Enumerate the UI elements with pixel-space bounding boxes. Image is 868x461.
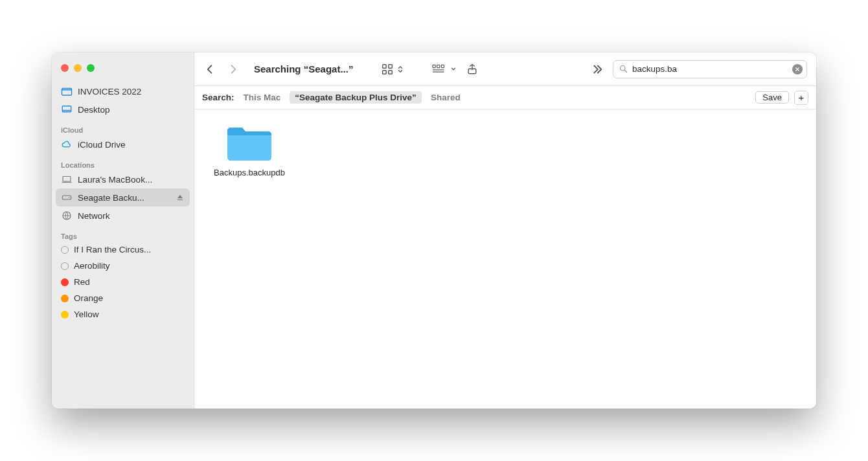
result-item-name: Backups.backupdb (214, 168, 285, 179)
tag-dot-icon (61, 311, 69, 319)
sidebar-label: Network (78, 211, 185, 221)
minimize-window-button[interactable] (74, 64, 82, 72)
sidebar-item-seagate[interactable]: Seagate Backu... (56, 188, 190, 207)
sidebar-item-macbook[interactable]: Laura's MacBook... (52, 170, 194, 188)
eject-icon[interactable] (176, 193, 185, 202)
chevron-updown-icon (397, 63, 404, 75)
search-icon (619, 64, 628, 74)
clear-search-button[interactable] (792, 64, 803, 74)
sidebar-label: Laura's MacBook... (78, 175, 185, 185)
sidebar-label: Aerobility (74, 261, 185, 271)
folder-icon (61, 85, 73, 97)
sidebar-section-tags: Tags (52, 230, 194, 242)
chevron-down-icon (450, 66, 457, 73)
svg-rect-6 (383, 64, 387, 68)
sidebar-item-desktop[interactable]: Desktop (52, 100, 194, 118)
sidebar-label: Seagate Backu... (78, 193, 170, 203)
scope-label: Search: (202, 93, 234, 102)
sidebar-section-locations: Locations (52, 159, 194, 170)
tag-dot-icon (61, 246, 69, 254)
desktop-icon (61, 104, 73, 115)
svg-rect-0 (62, 89, 72, 96)
svg-rect-12 (442, 65, 444, 67)
save-search-button[interactable]: Save (755, 91, 789, 104)
window-title: Searching “Seagat...” (254, 63, 353, 74)
main-area: Searching “Seagat...” (194, 52, 816, 409)
add-criteria-button[interactable]: + (794, 91, 808, 105)
sidebar-item-icloud-drive[interactable]: iCloud Drive (52, 135, 194, 153)
sidebar-label: iCloud Drive (78, 140, 185, 150)
scope-seagate[interactable]: “Seagate Backup Plus Drive” (290, 91, 422, 104)
search-input[interactable] (632, 64, 788, 74)
svg-point-14 (621, 66, 626, 71)
sidebar-tag-orange[interactable]: Orange (52, 290, 194, 306)
svg-rect-9 (389, 70, 393, 74)
cloud-icon (61, 139, 73, 150)
sidebar-label: INVOICES 2022 (78, 87, 185, 96)
sidebar-tag-yellow[interactable]: Yellow (52, 306, 194, 322)
sidebar-tag-red[interactable]: Red (52, 274, 194, 290)
view-mode-button[interactable] (380, 62, 404, 76)
scope-this-mac[interactable]: This Mac (244, 93, 281, 102)
sidebar: INVOICES 2022 Desktop iCloud iCloud Driv… (52, 52, 194, 409)
folder-icon (223, 122, 275, 164)
svg-rect-10 (433, 65, 435, 67)
toolbar: Searching “Seagat...” (194, 52, 816, 86)
drive-icon (61, 192, 73, 203)
sidebar-item-network[interactable]: Network (52, 207, 194, 225)
close-window-button[interactable] (61, 64, 69, 72)
sidebar-label: Desktop (78, 105, 185, 115)
laptop-icon (61, 174, 73, 185)
sidebar-tag-aerobility[interactable]: Aerobility (52, 258, 194, 274)
group-button[interactable] (431, 63, 457, 76)
search-scope-bar: Search: This Mac “Seagate Backup Plus Dr… (194, 86, 816, 109)
sidebar-item-invoices[interactable]: INVOICES 2022 (52, 82, 194, 100)
svg-rect-2 (63, 177, 71, 182)
back-button[interactable] (203, 63, 216, 76)
forward-button[interactable] (227, 63, 240, 76)
zoom-window-button[interactable] (87, 64, 95, 72)
search-field[interactable] (613, 60, 807, 78)
svg-rect-1 (62, 106, 71, 112)
svg-rect-11 (437, 65, 440, 67)
scope-shared[interactable]: Shared (431, 93, 461, 102)
overflow-button[interactable] (589, 62, 604, 76)
sidebar-tag-circus[interactable]: If I Ran the Circus... (52, 242, 194, 258)
traffic-lights (52, 59, 194, 82)
sidebar-label: Orange (74, 293, 185, 303)
svg-rect-7 (389, 64, 393, 68)
finder-window: INVOICES 2022 Desktop iCloud iCloud Driv… (52, 52, 816, 409)
tag-dot-icon (61, 295, 69, 302)
svg-rect-8 (383, 70, 387, 74)
sidebar-label: Red (74, 277, 185, 287)
svg-rect-3 (62, 196, 71, 199)
sidebar-label: If I Ran the Circus... (74, 245, 185, 254)
nav-arrows (203, 63, 240, 76)
svg-point-4 (69, 197, 70, 198)
globe-icon (61, 210, 73, 221)
tag-dot-icon (61, 262, 69, 270)
results-area[interactable]: Backups.backupdb (194, 109, 816, 409)
share-button[interactable] (466, 63, 479, 76)
sidebar-section-icloud: iCloud (52, 124, 194, 135)
result-item[interactable]: Backups.backupdb (207, 122, 291, 179)
sidebar-label: Yellow (74, 309, 185, 319)
tag-dot-icon (61, 278, 69, 286)
